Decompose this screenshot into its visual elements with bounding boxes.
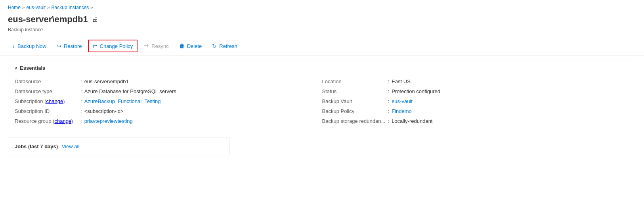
resource-group-change-link[interactable]: change xyxy=(54,118,71,124)
resync-label: Resync xyxy=(151,43,168,49)
datasource-type-value: Azure Database for PostgreSQL servers xyxy=(84,88,176,94)
essentials-row-subscription: Subscription (change) : AzureBackup_Func… xyxy=(15,96,322,106)
backup-now-label: Backup Now xyxy=(17,43,46,49)
essentials-row-storage-redundancy: Backup storage redundan... : Locally-red… xyxy=(322,116,630,126)
jobs-title: Jobs (last 7 days) xyxy=(15,143,58,149)
resync-icon xyxy=(143,43,149,50)
datasource-type-sep: : xyxy=(80,88,82,94)
toolbar: ↓ Backup Now ↩ Restore ⇄ Change Policy R… xyxy=(0,36,644,56)
datasource-type-label: Datasource type xyxy=(15,88,78,94)
subscription-link[interactable]: AzureBackup_Functional_Testing xyxy=(84,98,161,104)
restore-label: Restore xyxy=(64,43,82,49)
essentials-header[interactable]: ∧ Essentials xyxy=(8,61,636,75)
breadcrumb-home[interactable]: Home xyxy=(8,5,21,10)
datasource-value: eus-server\empdb1 xyxy=(84,78,129,84)
status-sep: : xyxy=(388,88,390,94)
jobs-view-all-link[interactable]: View all xyxy=(62,143,80,149)
subscription-sep: : xyxy=(80,98,82,104)
status-label: Status xyxy=(322,88,386,94)
backup-policy-value: Findemo xyxy=(392,108,412,114)
backup-now-button[interactable]: ↓ Backup Now xyxy=(8,40,51,52)
subscription-value: AzureBackup_Functional_Testing xyxy=(84,98,161,104)
backup-policy-label: Backup Policy xyxy=(322,108,386,114)
restore-button[interactable]: ↩ Restore xyxy=(52,40,86,52)
page-header: eus-server\empdb1 🖨 xyxy=(0,13,644,27)
essentials-row-backup-policy: Backup Policy : Findemo xyxy=(322,106,630,116)
resource-group-label: Resource group (change) xyxy=(15,118,78,124)
essentials-row-subscription-id: Subscription ID : <subscription-id> xyxy=(15,106,322,116)
refresh-icon: ↻ xyxy=(212,43,217,49)
subscription-change-link[interactable]: change xyxy=(46,98,63,104)
change-policy-label: Change Policy xyxy=(100,43,133,49)
storage-redundancy-sep: : xyxy=(388,118,390,124)
essentials-title: Essentials xyxy=(20,65,45,71)
backup-vault-sep: : xyxy=(388,98,390,104)
breadcrumb-sep-1: > xyxy=(22,5,25,10)
print-icon[interactable]: 🖨 xyxy=(92,16,98,23)
resync-button[interactable]: Resync xyxy=(139,40,173,52)
delete-icon: 🗑 xyxy=(179,43,185,49)
subscription-id-sep: : xyxy=(80,108,82,114)
essentials-chevron-icon: ∧ xyxy=(15,66,17,70)
delete-button[interactable]: 🗑 Delete xyxy=(175,40,206,52)
status-value: Protection configured xyxy=(392,88,440,94)
storage-redundancy-value: Locally-redundant xyxy=(392,118,432,124)
delete-label: Delete xyxy=(187,43,202,49)
location-label: Location xyxy=(322,78,386,84)
essentials-row-datasource: Datasource : eus-server\empdb1 xyxy=(15,76,322,86)
essentials-row-backup-vault: Backup Vault : eus-vault xyxy=(322,96,630,106)
resource-group-sep: : xyxy=(80,118,82,124)
datasource-label: Datasource xyxy=(15,78,78,84)
essentials-row-location: Location : East US xyxy=(322,76,630,86)
essentials-row-resource-group: Resource group (change) : priavtepreview… xyxy=(15,116,322,126)
breadcrumb-backup-instances[interactable]: Backup Instances xyxy=(52,5,89,10)
backup-now-icon: ↓ xyxy=(12,43,15,49)
breadcrumb-sep-2: > xyxy=(47,5,50,10)
page-subtitle: Backup instance xyxy=(0,27,644,36)
subscription-id-label: Subscription ID xyxy=(15,108,78,114)
essentials-section: ∧ Essentials Datasource : eus-server\emp… xyxy=(8,61,636,131)
page-title: eus-server\empdb1 xyxy=(8,14,88,25)
backup-policy-link[interactable]: Findemo xyxy=(392,108,412,114)
essentials-left-col: Datasource : eus-server\empdb1 Datasourc… xyxy=(15,76,322,126)
breadcrumb: Home > eus-vault > Backup Instances > xyxy=(0,0,644,13)
jobs-section: Jobs (last 7 days) View all xyxy=(8,138,230,155)
refresh-button[interactable]: ↻ Refresh xyxy=(208,40,242,52)
location-sep: : xyxy=(388,78,390,84)
backup-vault-value: eus-vault xyxy=(392,98,413,104)
essentials-grid: Datasource : eus-server\empdb1 Datasourc… xyxy=(8,75,636,131)
subscription-label: Subscription (change) xyxy=(15,98,78,104)
change-policy-icon: ⇄ xyxy=(93,43,97,49)
resource-group-value: priavtepreviewtesting xyxy=(84,118,133,124)
backup-policy-sep: : xyxy=(388,108,390,114)
content-area: ∧ Essentials Datasource : eus-server\emp… xyxy=(0,56,644,160)
location-value: East US xyxy=(392,78,411,84)
backup-vault-link[interactable]: eus-vault xyxy=(392,98,413,104)
breadcrumb-sep-3: > xyxy=(90,5,93,10)
essentials-row-status: Status : Protection configured xyxy=(322,86,630,96)
subscription-id-value: <subscription-id> xyxy=(84,108,124,114)
backup-vault-label: Backup Vault xyxy=(322,98,386,104)
jobs-header: Jobs (last 7 days) View all xyxy=(15,143,223,149)
restore-icon: ↩ xyxy=(57,43,61,49)
change-policy-button[interactable]: ⇄ Change Policy xyxy=(88,40,138,52)
resource-group-link[interactable]: priavtepreviewtesting xyxy=(84,118,133,124)
storage-redundancy-label: Backup storage redundan... xyxy=(322,118,386,124)
essentials-right-col: Location : East US Status : Protection c… xyxy=(322,76,630,126)
refresh-label: Refresh xyxy=(219,43,237,49)
essentials-row-datasource-type: Datasource type : Azure Database for Pos… xyxy=(15,86,322,96)
breadcrumb-vault[interactable]: eus-vault xyxy=(26,5,46,10)
datasource-sep: : xyxy=(80,78,82,84)
